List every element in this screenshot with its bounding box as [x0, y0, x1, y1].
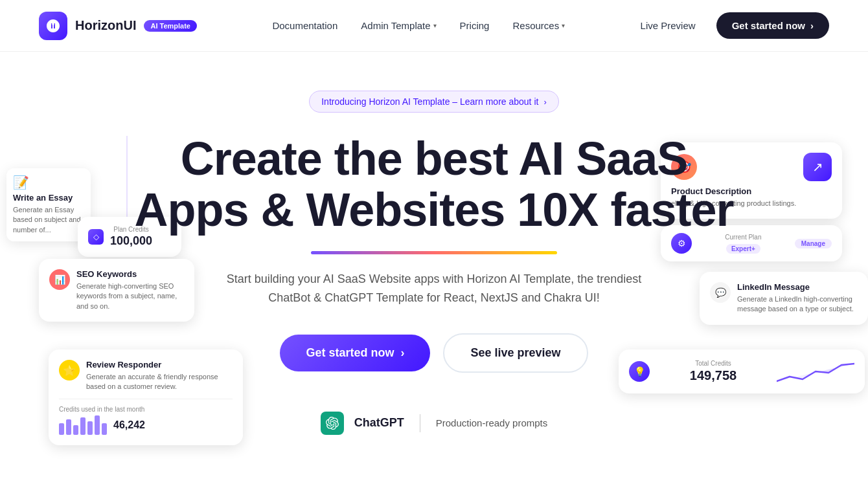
- nav-admin-template[interactable]: Admin Template ▾: [361, 20, 436, 31]
- hero-section: 📝 Write an Essay Generate an Essay based…: [0, 52, 868, 497]
- chatgpt-label: ChatGPT: [354, 416, 404, 430]
- logo-icon[interactable]: [39, 12, 67, 40]
- nav-live-preview[interactable]: Live Preview: [641, 20, 696, 31]
- hero-title: Create the best AI SaaS Apps & Websites …: [13, 133, 855, 236]
- chatgpt-description: Production-ready prompts: [436, 417, 548, 428]
- ai-badge: AI Template: [144, 20, 197, 32]
- nav-logo-area: HorizonUI AI Template: [39, 12, 197, 40]
- live-preview-button[interactable]: See live preview: [443, 333, 588, 373]
- chevron-down-icon: ▾: [433, 22, 437, 29]
- chatgpt-strip: ChatGPT Production-ready prompts: [13, 412, 855, 435]
- hero-cta-buttons: Get started now › See live preview: [13, 333, 855, 373]
- logo-text: HorizonUI: [75, 18, 136, 33]
- nav-pricing[interactable]: Pricing: [460, 20, 490, 31]
- get-started-button[interactable]: Get started now ›: [280, 335, 430, 371]
- divider: [420, 414, 420, 432]
- arrow-icon: ›: [400, 346, 404, 360]
- nav-links: Documentation Admin Template ▾ Pricing R…: [272, 20, 565, 31]
- nav-actions: Live Preview Get started now ›: [641, 12, 829, 39]
- chatgpt-icon: [321, 412, 344, 435]
- nav-get-started-button[interactable]: Get started now ›: [716, 12, 829, 39]
- title-underline: [311, 251, 557, 254]
- announcement-banner[interactable]: Introducing Horizon AI Template – Learn …: [309, 91, 559, 113]
- nav-documentation[interactable]: Documentation: [272, 20, 337, 31]
- nav-resources[interactable]: Resources ▾: [512, 20, 565, 31]
- arrow-right-icon: ›: [810, 20, 814, 31]
- chevron-down-icon: ▾: [562, 22, 565, 29]
- hero-subtitle: Start building your AI SaaS Website apps…: [214, 270, 654, 307]
- navbar: HorizonUI AI Template Documentation Admi…: [0, 0, 868, 52]
- svg-point-0: [52, 23, 54, 25]
- arrow-right-icon: ›: [543, 97, 546, 107]
